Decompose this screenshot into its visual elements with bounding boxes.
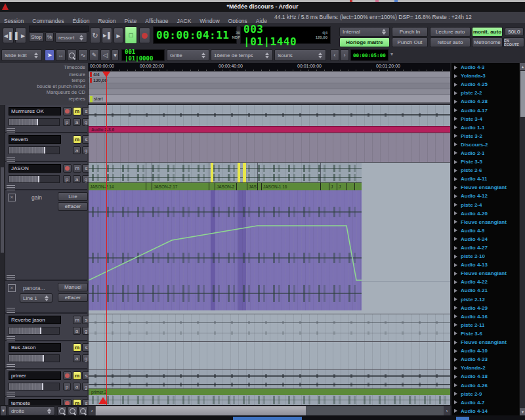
disclosure-triangle-icon[interactable] bbox=[454, 91, 457, 95]
track-area-tempete[interactable] bbox=[89, 395, 450, 405]
track-resize-grip[interactable] bbox=[7, 185, 15, 190]
region-list-item[interactable]: Yolanda-3 bbox=[452, 72, 519, 80]
xfade-marker[interactable] bbox=[243, 163, 246, 182]
start-marker-icon[interactable] bbox=[90, 96, 93, 102]
region-list-item[interactable]: Audio 4-7 bbox=[452, 398, 519, 407]
timecode-ruler[interactable]: 00:00:00:00 00:00:20:00 00:00:40:00 00:0… bbox=[89, 63, 450, 72]
track-area-primer[interactable]: primer.2 bbox=[89, 370, 450, 395]
automation-button[interactable]: a bbox=[73, 146, 81, 154]
track-area-bus-jason[interactable] bbox=[89, 342, 450, 369]
scroll-up-button[interactable]: ▲ bbox=[520, 63, 525, 70]
disclosure-triangle-icon[interactable] bbox=[454, 151, 457, 155]
gain-fader[interactable] bbox=[9, 383, 60, 390]
disclosure-triangle-icon[interactable] bbox=[454, 331, 457, 335]
lane-hide-icon[interactable]: ✕ bbox=[8, 194, 16, 201]
disclosure-triangle-icon[interactable] bbox=[454, 83, 457, 87]
shuttle-stop-button[interactable]: Stop bbox=[29, 32, 44, 42]
region-list-item[interactable]: Audio 4-26 bbox=[452, 381, 519, 389]
region-list-item[interactable]: piste 2-9 bbox=[452, 390, 519, 398]
primary-clock[interactable]: 00:00:04:11 30 NDF bbox=[153, 26, 237, 44]
region-list-item[interactable]: Audio 2-1 bbox=[452, 149, 519, 158]
meter-marker-icon[interactable] bbox=[90, 72, 92, 77]
track-area-jason[interactable]: JASON-2.14 JASON-2.17 JASON-2 JAS JASON-… bbox=[89, 163, 450, 190]
cd-marker-ruler[interactable] bbox=[89, 89, 450, 95]
region-list-panel[interactable]: Audio 4-3 Yolanda-3 Audio 4-25 piste 2-2… bbox=[452, 63, 519, 415]
region-list-item[interactable]: Piste 3-2 bbox=[452, 132, 519, 140]
disclosure-triangle-icon[interactable] bbox=[454, 323, 457, 327]
audition-tool-button[interactable]: ◁ bbox=[100, 49, 110, 61]
ruler-zone[interactable]: 00:00:00:00 00:00:20:00 00:00:40:00 00:0… bbox=[89, 63, 450, 105]
disclosure-triangle-icon[interactable] bbox=[454, 117, 457, 121]
nudge-forward-button[interactable]: › bbox=[340, 49, 349, 61]
auto-input-button[interactable]: monit. auto bbox=[472, 27, 503, 37]
disclosure-triangle-icon[interactable] bbox=[454, 125, 457, 129]
loop-punch-ruler[interactable] bbox=[89, 83, 450, 89]
automation-read-button[interactable]: Lire bbox=[58, 192, 88, 201]
region-list-item[interactable]: Piste 3-6 bbox=[452, 329, 519, 338]
region-list-item[interactable]: Piste 3-5 bbox=[452, 158, 519, 166]
automation-clear-button[interactable]: effacer bbox=[58, 293, 88, 302]
region-list-item[interactable]: Audio 4-14 bbox=[452, 407, 519, 415]
auto-play-button[interactable]: Lecture auto bbox=[430, 27, 471, 37]
region-list-item[interactable]: piste 2-12 bbox=[452, 295, 519, 304]
mute-button[interactable]: m bbox=[73, 371, 81, 380]
audition-indicator[interactable]: EN ÉCOUTE bbox=[503, 37, 524, 47]
disclosure-triangle-icon[interactable] bbox=[454, 400, 457, 404]
track-area-reverbe-jason[interactable] bbox=[89, 314, 450, 341]
rec-enable-button[interactable] bbox=[63, 107, 72, 116]
metronome-button[interactable]: Métronome bbox=[472, 37, 503, 47]
stop-button[interactable]: □ bbox=[125, 26, 137, 44]
nudge-caret-icon[interactable]: ▾ bbox=[390, 51, 393, 57]
automation-mode-button[interactable]: Manuel bbox=[58, 283, 88, 291]
hscroll-thumb[interactable] bbox=[96, 406, 306, 415]
region-list-item[interactable]: Audio 4-29 bbox=[452, 304, 519, 312]
master-clock-button[interactable]: Horloge maître bbox=[339, 37, 390, 47]
track-area-reverb[interactable] bbox=[89, 133, 450, 162]
gain-lane-area[interactable] bbox=[89, 190, 450, 314]
region-list-item[interactable]: Audio 4-3 bbox=[452, 63, 519, 72]
editor-vertical-scrollbar[interactable] bbox=[0, 105, 5, 405]
disclosure-triangle-icon[interactable] bbox=[454, 409, 457, 413]
region-list-item[interactable]: Audio 4-25 bbox=[452, 80, 519, 89]
disclosure-triangle-icon[interactable] bbox=[454, 263, 457, 267]
region-list-item[interactable]: Audio 4-13 bbox=[452, 261, 519, 269]
track-header-primer[interactable]: primer m s p a g bbox=[5, 369, 87, 397]
draw-tool-button[interactable]: ✎ bbox=[89, 49, 99, 61]
region-audio2[interactable]: Audio 2-3.6 bbox=[89, 126, 450, 133]
region-list-item[interactable]: Audio 4-18 bbox=[452, 372, 519, 381]
region-list-item[interactable]: piste 2-11 bbox=[452, 321, 519, 329]
track-name-field[interactable]: Murmures OK bbox=[9, 107, 61, 116]
region-list-item[interactable]: Audio 4-23 bbox=[452, 355, 519, 364]
automation-button[interactable]: a bbox=[73, 354, 81, 362]
region-list-item[interactable]: Yolanda-2 bbox=[452, 364, 519, 372]
ruler-label-reperes[interactable]: repères bbox=[69, 96, 85, 102]
region-list-item[interactable]: Audio 4-11 bbox=[452, 175, 519, 183]
track-resize-grip[interactable] bbox=[7, 336, 15, 341]
disclosure-triangle-icon[interactable] bbox=[454, 160, 457, 164]
region-list-item[interactable]: Discours-2 bbox=[452, 140, 519, 149]
shuttle-strip[interactable] bbox=[29, 26, 89, 32]
track-resize-grip[interactable] bbox=[7, 157, 15, 162]
purple-region[interactable] bbox=[89, 190, 362, 310]
automation-button[interactable]: a bbox=[73, 383, 81, 390]
region-list-item[interactable]: piste 2-10 bbox=[452, 252, 519, 261]
disclosure-triangle-icon[interactable] bbox=[454, 246, 457, 250]
mute-button[interactable]: m bbox=[73, 135, 81, 144]
mute-button[interactable]: m bbox=[73, 164, 81, 173]
record-button[interactable] bbox=[139, 28, 150, 43]
disclosure-triangle-icon[interactable] bbox=[454, 392, 457, 396]
disclosure-triangle-icon[interactable] bbox=[454, 297, 457, 301]
track-name-field[interactable]: Bus Jason bbox=[9, 343, 61, 352]
disclosure-triangle-icon[interactable] bbox=[454, 375, 457, 379]
grid-combo[interactable]: Grille bbox=[167, 49, 209, 61]
mute-button[interactable]: m bbox=[73, 316, 81, 324]
region-list-item[interactable]: Audio 4-17 bbox=[452, 106, 519, 114]
playlist-button[interactable]: p bbox=[63, 118, 71, 126]
track-resize-grip[interactable] bbox=[7, 275, 15, 280]
pan-line-combo[interactable]: Line 1 bbox=[20, 293, 52, 303]
shuttle-percent-button[interactable]: % bbox=[45, 32, 54, 42]
automation-button[interactable]: a bbox=[73, 175, 81, 183]
goto-end-button[interactable]: ▌► bbox=[15, 28, 26, 43]
editor-canvas[interactable]: Audio 2-3.6 JASON-2.14 JASO bbox=[89, 105, 450, 405]
ruler-label-mesure[interactable]: mesure bbox=[69, 72, 85, 77]
